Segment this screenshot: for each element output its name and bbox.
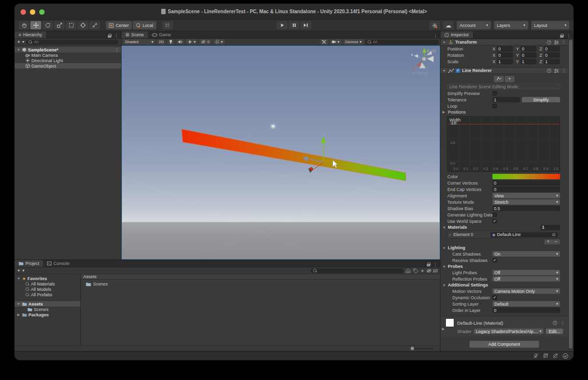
- scene-viewport[interactable]: y z x ☀ ◄ Persp: [122, 46, 440, 260]
- rotate-tool-button[interactable]: [42, 21, 53, 29]
- tab-inspector[interactable]: i Inspector: [441, 31, 473, 38]
- tolerance-field[interactable]: 1: [492, 97, 520, 102]
- inspector-scrollbar[interactable]: [568, 39, 573, 350]
- kebab-menu-icon[interactable]: ⋮: [561, 320, 565, 325]
- edit-shader-button[interactable]: Edit...: [546, 329, 563, 334]
- activity-check-icon[interactable]: [563, 353, 568, 359]
- gizmo-lock-icon[interactable]: [432, 48, 436, 52]
- motion-vectors-dropdown[interactable]: Camera Motion Only▾: [492, 288, 560, 294]
- kebab-menu-icon[interactable]: ⋮: [115, 48, 119, 52]
- alignment-dropdown[interactable]: View▾: [492, 193, 560, 198]
- component-enabled-checkbox[interactable]: ✓: [456, 69, 460, 73]
- drag-handle-icon[interactable]: =: [449, 232, 451, 237]
- 2d-toggle-button[interactable]: 2D: [157, 39, 166, 45]
- project-search-input[interactable]: [311, 268, 404, 273]
- saved-search-star-icon[interactable]: ★: [420, 268, 424, 273]
- reflection-probes-dropdown[interactable]: Off▾: [492, 276, 560, 282]
- custom-tool-button[interactable]: [89, 21, 100, 29]
- width-curve-editor[interactable]: Width 1.0 0.5 0.0 0.0 0.1 0.2 0.3 0.4 0.…: [447, 116, 560, 172]
- lighting-foldout[interactable]: ▼ Lighting: [441, 245, 568, 251]
- shader-dropdown[interactable]: Legacy Shaders/Particles/Alpha Blended P…: [474, 329, 543, 334]
- position-y-field[interactable]: 0: [520, 46, 537, 51]
- add-material-button[interactable]: +: [544, 239, 552, 244]
- material-object-field[interactable]: ◉ Default-Line ⊙: [490, 232, 558, 238]
- corner-vertices-field[interactable]: 0: [492, 180, 560, 186]
- position-z-field[interactable]: 0: [544, 46, 561, 51]
- tree-item-scenes[interactable]: Scenes: [15, 307, 80, 312]
- kebab-menu-icon[interactable]: ⋮: [562, 68, 566, 73]
- auto-lighting-disabled-icon[interactable]: [533, 353, 539, 358]
- hierarchy-search-input[interactable]: All: [26, 40, 119, 45]
- scene-camera-dropdown[interactable]: ▾: [330, 39, 342, 45]
- tab-game[interactable]: Game: [148, 31, 175, 38]
- use-world-space-checkbox[interactable]: ✓: [492, 219, 497, 223]
- scale-x-field[interactable]: 1: [497, 59, 513, 64]
- help-icon[interactable]: ?: [553, 321, 557, 325]
- simplify-button[interactable]: Simplify: [522, 97, 560, 102]
- loop-checkbox[interactable]: [492, 104, 497, 108]
- foldout-open-icon[interactable]: ▼: [442, 69, 446, 72]
- favorite-all-models[interactable]: All Models: [15, 286, 80, 292]
- grid-visibility-dropdown[interactable]: ▾: [213, 39, 225, 45]
- cloud-button[interactable]: ☁: [443, 21, 454, 29]
- lighting-toggle-button[interactable]: [167, 39, 174, 45]
- rotation-x-field[interactable]: 0: [497, 52, 513, 58]
- scene-search-input[interactable]: All: [365, 40, 439, 45]
- tree-item-packages[interactable]: ▶ Packages: [15, 312, 80, 317]
- search-by-label-icon[interactable]: [413, 268, 418, 273]
- foldout-open-icon[interactable]: ▼: [17, 48, 21, 51]
- hierarchy-item-directional-light[interactable]: Directional Light: [15, 58, 121, 63]
- positions-foldout[interactable]: ▶ Positions: [441, 109, 568, 115]
- hierarchy-item-gameobject[interactable]: GameObject: [15, 63, 121, 69]
- thumbnail-zoom-slider[interactable]: [411, 348, 433, 349]
- additional-settings-foldout[interactable]: ▼ Additional Settings: [441, 282, 568, 288]
- gizmos-dropdown[interactable]: Gizmos ▾: [343, 39, 364, 45]
- generate-lighting-checkbox[interactable]: [492, 213, 497, 217]
- play-button[interactable]: [277, 21, 288, 29]
- tab-console[interactable]: Console: [43, 260, 74, 267]
- rotation-z-field[interactable]: 0: [544, 52, 561, 58]
- lock-icon[interactable]: [108, 34, 111, 38]
- cast-shadows-dropdown[interactable]: On▾: [492, 251, 560, 257]
- favorites-foldout[interactable]: ▼ ★ Favorites: [15, 276, 80, 281]
- draw-mode-dropdown[interactable]: Shaded ▾: [123, 39, 155, 45]
- pane-item-scenes[interactable]: Scenes: [81, 280, 440, 286]
- kebab-menu-icon[interactable]: ⋮: [433, 262, 438, 267]
- scale-tool-button[interactable]: [54, 21, 65, 29]
- kebab-menu-icon[interactable]: ⋮: [114, 33, 119, 38]
- sorting-layer-dropdown[interactable]: Default▾: [492, 301, 560, 307]
- favorite-all-materials[interactable]: All Materials: [15, 281, 80, 286]
- create-button[interactable]: +: [17, 39, 20, 45]
- simplify-preview-checkbox[interactable]: [492, 91, 497, 95]
- shadow-bias-field[interactable]: 0.5: [492, 206, 560, 211]
- dynamic-occlusion-checkbox[interactable]: ✓: [492, 295, 497, 300]
- transform-component-header[interactable]: ▼ Transform ? ⋮: [441, 39, 568, 46]
- cache-server-disconnected-icon[interactable]: [543, 353, 548, 358]
- help-icon[interactable]: ?: [547, 69, 551, 73]
- remove-material-button[interactable]: −: [552, 239, 560, 244]
- hierarchy-scene-row[interactable]: ▼ SampleScene* ⋮: [15, 47, 121, 52]
- end-cap-vertices-field[interactable]: 0: [492, 187, 560, 192]
- step-button[interactable]: [300, 21, 311, 29]
- persp-toggle[interactable]: ◄ Persp: [412, 71, 428, 75]
- move-tool-button[interactable]: [30, 21, 41, 29]
- tab-scene[interactable]: Scene: [122, 31, 148, 38]
- position-x-field[interactable]: 0: [497, 46, 513, 51]
- receive-shadows-checkbox[interactable]: ✓: [492, 258, 497, 262]
- width-curve-line[interactable]: [447, 124, 560, 124]
- color-gradient-field[interactable]: [492, 174, 560, 179]
- zoom-window-button[interactable]: [39, 9, 45, 15]
- rotation-y-field[interactable]: 0: [520, 52, 537, 58]
- project-hidden-count[interactable]: 10: [426, 268, 438, 273]
- transform-tool-button[interactable]: [77, 21, 88, 29]
- probes-foldout[interactable]: ▼ Probes: [441, 263, 568, 269]
- chevron-down-icon[interactable]: ▾: [22, 269, 24, 273]
- presets-icon[interactable]: [554, 40, 559, 45]
- effects-dropdown[interactable]: ▾: [186, 39, 197, 45]
- add-component-button[interactable]: Add Component: [469, 341, 539, 348]
- account-dropdown[interactable]: Account ▾: [457, 21, 491, 29]
- material-swatch[interactable]: [445, 318, 454, 327]
- layers-dropdown[interactable]: Layers ▾: [494, 21, 528, 29]
- kebab-menu-icon[interactable]: ⋮: [566, 33, 571, 38]
- close-window-button[interactable]: [21, 9, 26, 15]
